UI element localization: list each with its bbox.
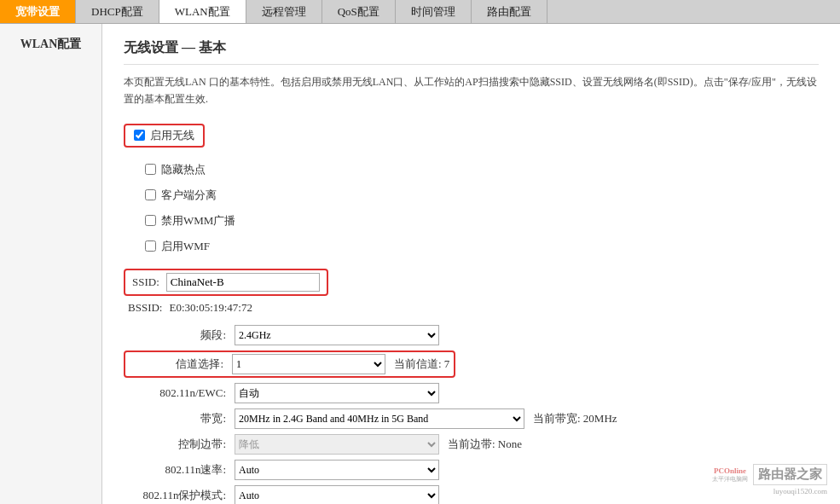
bssid-value: E0:30:05:19:47:72 <box>169 301 252 315</box>
frequency-select[interactable]: 2.4GHz 5GHz <box>235 325 439 345</box>
client-isolation-label: 客户端分离 <box>161 188 217 203</box>
bandwidth-label: 带宽: <box>124 411 235 426</box>
channel-select[interactable]: 1234 5678 910111213 <box>232 354 385 374</box>
wmm-checkbox[interactable] <box>145 215 156 226</box>
channel-label: 信道选择: <box>130 356 232 372</box>
wmm-label: 禁用WMM广播 <box>161 213 235 229</box>
channel-current: 当前信道: 7 <box>394 356 449 372</box>
ssid-label: SSID: <box>132 275 159 289</box>
ssid-input[interactable] <box>166 273 320 292</box>
client-isolation-checkbox[interactable] <box>145 189 156 200</box>
enable-wireless-label: 启用无线 <box>150 128 194 143</box>
nav-item-dhcp[interactable]: DHCP配置 <box>76 0 159 23</box>
sidebar-title: WLAN配置 <box>9 37 93 52</box>
bandwidth-current: 当前带宽: 20MHz <box>533 411 617 426</box>
bandwidth-select[interactable]: 20MHz in 2.4G Band and 40MHz in 5G Band … <box>235 408 524 429</box>
ewc-label: 802.11n/EWC: <box>124 386 235 400</box>
bssid-label: BSSID: <box>128 301 162 315</box>
nav-item-qos[interactable]: QoS配置 <box>322 0 396 23</box>
channel-row: 信道选择: 1234 5678 910111213 当前信道: 7 <box>124 350 819 378</box>
hide-hotspot-label: 隐藏热点 <box>161 162 206 177</box>
nav-item-broadband[interactable]: 宽带设置 <box>0 0 76 23</box>
nav-item-time[interactable]: 时间管理 <box>396 0 472 23</box>
protection-select[interactable]: Auto <box>235 485 439 504</box>
watermark-site1: PCOnline <box>712 466 748 475</box>
wmf-checkbox[interactable] <box>145 240 156 252</box>
sideband-select[interactable]: 降低 升高 <box>235 434 439 455</box>
watermark-slogan: 太平洋电脑网 <box>712 475 748 484</box>
wmf-label: 启用WMF <box>161 239 210 254</box>
wmf-row: 启用WMF <box>141 236 819 257</box>
n-rate-label: 802.11n速率: <box>124 462 235 478</box>
page-description: 本页配置无线LAN 口的基本特性。包括启用或禁用无线LAN口、从工作站的AP扫描… <box>124 73 819 108</box>
sideband-row: 控制边带: 降低 升高 当前边带: None <box>124 434 819 455</box>
sideband-current: 当前边带: None <box>448 437 522 452</box>
nav-item-route[interactable]: 路由配置 <box>472 0 547 23</box>
protection-label: 802.11n保护模式: <box>124 488 235 503</box>
watermark-site2: luyouqi1520.com <box>712 487 827 495</box>
main-layout: WLAN配置 无线设置 — 基本 本页配置无线LAN 口的基本特性。包括启用或禁… <box>0 24 840 504</box>
frequency-row: 频段: 2.4GHz 5GHz <box>124 325 819 345</box>
nav-item-wlan[interactable]: WLAN配置 <box>159 0 246 23</box>
page-title: 无线设置 — 基本 <box>124 39 819 65</box>
enable-wireless-checkbox-row[interactable]: 启用无线 <box>124 124 205 148</box>
ssid-row: SSID: <box>124 269 328 296</box>
n-rate-select[interactable]: Auto <box>235 460 439 480</box>
ewc-row: 802.11n/EWC: 自动 手动 <box>124 383 819 403</box>
hide-hotspot-checkbox[interactable] <box>145 164 156 175</box>
client-isolation-row: 客户端分离 <box>141 185 819 206</box>
watermark-logo: 路由器之家 <box>753 464 827 485</box>
top-nav: 宽带设置 DHCP配置 WLAN配置 远程管理 QoS配置 时间管理 路由配置 <box>0 0 840 24</box>
frequency-label: 频段: <box>124 327 235 343</box>
wmm-row: 禁用WMM广播 <box>141 211 819 231</box>
ewc-select[interactable]: 自动 手动 <box>235 383 439 403</box>
sideband-label: 控制边带: <box>124 437 235 452</box>
enable-wireless-checkbox[interactable] <box>134 130 145 141</box>
nav-item-remote[interactable]: 远程管理 <box>246 0 322 23</box>
bandwidth-row: 带宽: 20MHz in 2.4G Band and 40MHz in 5G B… <box>124 408 819 429</box>
content-area: 无线设置 — 基本 本页配置无线LAN 口的基本特性。包括启用或禁用无线LAN口… <box>102 24 840 504</box>
sidebar: WLAN配置 <box>0 24 102 504</box>
watermark: PCOnline 太平洋电脑网 路由器之家 luyouqi1520.com <box>712 464 827 495</box>
hide-hotspot-row: 隐藏热点 <box>141 159 819 180</box>
